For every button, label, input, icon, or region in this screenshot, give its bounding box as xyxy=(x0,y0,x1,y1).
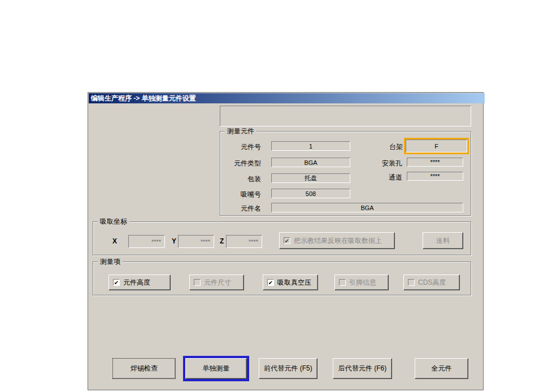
stage-highlight: F xyxy=(404,138,469,154)
channel-label: 通道 xyxy=(389,173,402,182)
channel-field[interactable]: **** xyxy=(407,172,463,181)
checkbox-pin-info[interactable]: 引脚信息 xyxy=(334,275,389,290)
group-measure-items-label: 测量项 xyxy=(98,258,123,265)
x-label: X xyxy=(112,237,117,245)
component-name-field[interactable]: BGA xyxy=(271,203,463,212)
z-field[interactable]: **** xyxy=(226,235,262,248)
feed-button[interactable]: 送料 xyxy=(423,232,463,249)
component-name-label: 元件名 xyxy=(227,204,261,214)
x-field[interactable]: **** xyxy=(128,235,165,248)
package-field[interactable]: 托盘 xyxy=(271,173,350,183)
component-no-field[interactable]: 1 xyxy=(271,141,350,151)
checkbox-cds-height[interactable]: CDS高度 xyxy=(403,275,460,290)
package-label: 包装 xyxy=(227,175,261,184)
checkbox-label: 元件尺寸 xyxy=(204,278,231,288)
dialog-window: 编辑生产程序 -> 单独测量元件设置 测量元件 元件号 1 台架 F 元件类型 … xyxy=(88,92,484,390)
screen: { "window": { "title": "编辑生产程序 -> 单独测量元件… xyxy=(0,0,548,392)
group-pickup-coords: 吸取坐标 X **** Y **** Z **** ✔ 把示教结果反映在吸取数据… xyxy=(93,221,471,255)
check-icon xyxy=(194,279,201,286)
single-measure-highlight: 单独测量 xyxy=(183,356,249,381)
check-icon xyxy=(339,279,346,286)
check-icon xyxy=(408,279,415,286)
component-type-label: 元件类型 xyxy=(227,159,261,168)
check-icon: ✔ xyxy=(267,279,274,286)
all-components-button[interactable]: 全元件 xyxy=(415,358,468,379)
y-field[interactable]: **** xyxy=(178,235,214,248)
check-icon: ✔ xyxy=(284,237,290,244)
checkbox-label: 吸取真空压 xyxy=(277,278,311,288)
stage-label: 台架 xyxy=(389,142,403,152)
checkbox-vacuum-pressure[interactable]: ✔ 吸取真空压 xyxy=(263,275,318,290)
group-measure-component-label: 测量元件 xyxy=(225,127,256,135)
group-measure-items: 测量项 ✔ 元件高度 元件尺寸 ✔ 吸取真空压 引脚信息 CDS高度 xyxy=(93,262,471,295)
next-substitute-button[interactable]: 后代替元件 (F6) xyxy=(333,358,392,379)
y-label: Y xyxy=(172,237,176,245)
group-measure-component: 测量元件 元件号 1 台架 F 元件类型 BGA 安装孔 **** 包装 托盘 … xyxy=(220,131,471,216)
checkbox-label: CDS高度 xyxy=(418,278,446,288)
titlebar: 编辑生产程序 -> 单独测量元件设置 xyxy=(89,93,485,103)
nozzle-no-label: 吸嘴号 xyxy=(227,190,261,199)
mount-hole-label: 安装孔 xyxy=(382,159,402,168)
component-no-label: 元件号 xyxy=(227,142,261,152)
prev-substitute-button[interactable]: 前代替元件 (F5) xyxy=(259,358,318,379)
checkbox-component-height[interactable]: ✔ 元件高度 xyxy=(108,275,171,290)
mount-hole-field[interactable]: **** xyxy=(407,158,463,167)
reflect-teach-checkbox[interactable]: ✔ 把示教结果反映在吸取数据上 xyxy=(279,232,395,249)
nozzle-no-field[interactable]: 508 xyxy=(271,189,350,198)
single-measure-button[interactable]: 单独测量 xyxy=(185,358,247,379)
window-title: 编辑生产程序 -> 单独测量元件设置 xyxy=(91,94,196,102)
checkbox-label: 引脚信息 xyxy=(349,278,376,288)
stage-field[interactable]: F xyxy=(406,140,467,153)
checkbox-label: 元件高度 xyxy=(123,278,150,288)
check-icon: ✔ xyxy=(113,279,120,286)
solder-check-button[interactable]: 焊锡检查 xyxy=(112,358,176,379)
component-type-field[interactable]: BGA xyxy=(271,158,350,167)
z-label: Z xyxy=(220,237,224,245)
reflect-teach-label: 把示教结果反映在吸取数据上 xyxy=(294,236,382,246)
message-panel xyxy=(220,106,471,127)
group-pickup-coords-label: 吸取坐标 xyxy=(98,217,129,225)
checkbox-component-size[interactable]: 元件尺寸 xyxy=(189,275,244,290)
